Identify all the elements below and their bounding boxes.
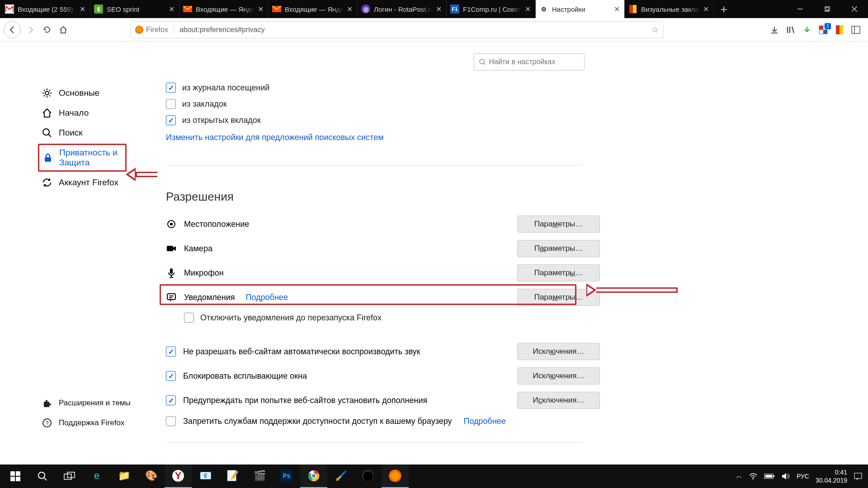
yandex-ext-icon[interactable] xyxy=(835,25,844,35)
app-obs[interactable]: ⬤ xyxy=(354,465,382,488)
url-bar[interactable]: Firefox about:preferences#privacy ☆ xyxy=(130,21,664,38)
close-window-button[interactable] xyxy=(841,0,868,18)
app-paintnet[interactable]: 🖌️ xyxy=(327,465,354,488)
search-taskbar-button[interactable] xyxy=(29,465,56,488)
app-firefox[interactable] xyxy=(382,465,409,488)
back-button[interactable] xyxy=(4,21,21,38)
close-icon[interactable]: ✕ xyxy=(256,5,264,13)
tab-rotapost[interactable]: ◎ Логин - RotaPost.ru ✕ xyxy=(358,0,447,18)
app-chrome[interactable] xyxy=(300,465,327,488)
tray-chevron-icon[interactable]: ︿ xyxy=(736,472,742,480)
tab-label: Логин - RotaPost.ru xyxy=(374,5,433,13)
checkbox-icon[interactable] xyxy=(166,371,176,381)
checkbox-icon[interactable] xyxy=(166,83,176,93)
tab-yandex-bookmarks[interactable]: Визуальные заклад ✕ xyxy=(625,0,714,18)
app-mail[interactable]: 📧 xyxy=(192,465,219,488)
sidebar-toggle-icon[interactable] xyxy=(851,25,861,35)
sidebar-item-general[interactable]: Основные xyxy=(38,83,137,103)
task-view-button[interactable] xyxy=(56,465,83,488)
close-icon[interactable]: ✕ xyxy=(434,5,443,13)
downloads-icon[interactable] xyxy=(769,25,779,35)
checkbox-history[interactable]: из журнала посещений xyxy=(166,80,600,96)
tab-gmail[interactable]: Входящие (2 559) ✕ xyxy=(1,0,90,18)
app-explorer[interactable]: 📁 xyxy=(110,465,137,488)
sidebar-label: Поиск xyxy=(59,128,83,138)
checkbox-icon[interactable] xyxy=(166,115,176,125)
app-media[interactable]: 🎬 xyxy=(246,465,273,488)
home-button[interactable] xyxy=(55,22,71,38)
volume-icon[interactable] xyxy=(781,472,790,480)
autoplay-exceptions-button[interactable]: Исключения… xyxy=(517,343,600,360)
location-settings-button[interactable]: Параметры… xyxy=(517,216,600,233)
sidebar-item-home[interactable]: Начало xyxy=(38,103,137,123)
sidebar-item-support[interactable]: ? Поддержка Firefox xyxy=(38,413,137,433)
checkbox-opentabs[interactable]: из открытых вкладок xyxy=(166,112,600,128)
action-center-icon[interactable] xyxy=(854,472,863,481)
nav-toolbar: Firefox about:preferences#privacy ☆ 1 xyxy=(0,18,868,42)
tab-yandex-2[interactable]: Входящие — Яндек ✕ xyxy=(269,0,358,18)
extension-icon[interactable]: 1 xyxy=(818,25,828,35)
popups-exceptions-button[interactable]: Исключения… xyxy=(517,367,600,385)
a11y-more-link[interactable]: Подробнее xyxy=(464,417,506,426)
permissions-heading: Разрешения xyxy=(166,190,600,204)
identity-box[interactable]: Firefox xyxy=(135,26,174,34)
close-icon[interactable]: ✕ xyxy=(78,5,86,13)
maximize-button[interactable] xyxy=(814,0,841,18)
app-photoshop[interactable]: Ps xyxy=(273,465,300,488)
checkbox-icon[interactable] xyxy=(166,395,176,405)
notifications-more-link[interactable]: Подробнее xyxy=(246,293,288,302)
minimize-button[interactable] xyxy=(787,0,814,18)
new-tab-button[interactable]: + xyxy=(714,0,734,18)
microphone-settings-button[interactable]: Параметры… xyxy=(517,264,600,282)
reload-button[interactable] xyxy=(39,22,55,38)
svg-rect-16 xyxy=(836,25,840,34)
battery-icon[interactable] xyxy=(764,473,775,479)
help-icon: ? xyxy=(42,418,52,428)
tab-yandex-1[interactable]: Входящие — Яндек ✕ xyxy=(179,0,269,18)
tab-settings[interactable]: ⚙ Настройки ✕ xyxy=(536,0,625,18)
yandex-mail-icon xyxy=(183,5,192,14)
checkbox-icon[interactable] xyxy=(166,347,176,357)
library-icon[interactable] xyxy=(786,25,796,35)
checkbox-bookmarks[interactable]: из закладок xyxy=(166,96,600,112)
close-icon[interactable]: ✕ xyxy=(524,5,532,13)
close-icon[interactable]: ✕ xyxy=(345,5,354,13)
start-button[interactable] xyxy=(2,465,29,488)
settings-sidebar: Основные Начало Поиск Приватность и Защи… xyxy=(38,83,137,192)
savefrom-icon[interactable] xyxy=(802,25,812,35)
bookmark-star-icon[interactable]: ☆ xyxy=(651,25,659,35)
language-indicator[interactable]: РУС xyxy=(797,473,809,480)
app-yandex-browser[interactable]: Y xyxy=(165,465,192,488)
checkbox-icon[interactable] xyxy=(166,416,176,426)
search-settings-link[interactable]: Изменить настройки для предложений поиск… xyxy=(166,133,384,142)
perm-label: Блокировать всплывающие окна xyxy=(183,371,510,381)
tab-seosprint[interactable]: $ SEO sprint ✕ xyxy=(90,0,179,18)
close-icon[interactable]: ✕ xyxy=(613,5,621,13)
settings-search-input[interactable] xyxy=(489,58,580,66)
checkbox-icon[interactable] xyxy=(166,99,176,109)
yandex-mail-icon xyxy=(272,5,281,14)
wifi-icon[interactable] xyxy=(749,473,758,480)
forward-button[interactable] xyxy=(23,22,39,38)
sidebar-item-account[interactable]: Аккаунт Firefox xyxy=(38,173,137,192)
app-edge[interactable]: e xyxy=(83,465,110,488)
addons-exceptions-button[interactable]: Исключения… xyxy=(517,392,600,409)
clock[interactable]: 0:41 30.04.2019 xyxy=(816,468,847,484)
checkbox-icon[interactable] xyxy=(184,313,194,323)
tab-f1comp[interactable]: F1 F1Comp.ru | Советы ✕ xyxy=(447,0,536,18)
app-paint[interactable]: 🎨 xyxy=(137,465,165,488)
separator xyxy=(166,442,582,443)
sidebar-item-extensions[interactable]: Расширения и темы xyxy=(38,393,137,413)
perm-label: Запретить службам поддержки доступности … xyxy=(183,417,452,426)
badge: 1 xyxy=(825,23,831,29)
close-icon[interactable]: ✕ xyxy=(167,5,175,13)
sidebar-item-search[interactable]: Поиск xyxy=(38,123,137,143)
close-icon[interactable]: ✕ xyxy=(702,5,710,13)
app-notepad[interactable]: 📝 xyxy=(219,465,246,488)
settings-search[interactable] xyxy=(474,53,585,70)
annotation-arrow-2 xyxy=(586,284,678,296)
checkbox-disable-notifications[interactable]: Отключить уведомления до перезапуска Fir… xyxy=(184,310,600,326)
sidebar-item-privacy[interactable]: Приватность и Защита xyxy=(43,147,124,169)
svg-rect-32 xyxy=(167,294,175,300)
camera-settings-button[interactable]: Параметры… xyxy=(517,240,600,257)
